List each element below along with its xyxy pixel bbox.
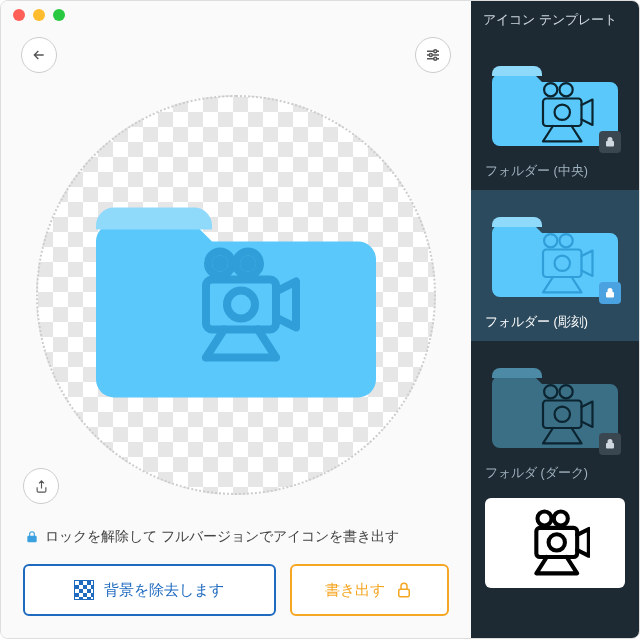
window-controls: [13, 9, 65, 21]
main-panel: ロックを解除して フルバージョンでアイコンを書き出す 背景を除去します 書き出す: [1, 1, 471, 638]
lock-badge: [599, 282, 621, 304]
export-button[interactable]: 書き出す: [290, 564, 449, 616]
lock-icon: [395, 581, 413, 599]
svg-point-3: [429, 54, 432, 57]
preview-canvas[interactable]: [36, 95, 436, 495]
top-toolbar: [1, 29, 471, 73]
lock-icon: [25, 530, 39, 544]
template-label: フォルダ (ダーク): [485, 459, 625, 488]
minimize-icon[interactable]: [33, 9, 45, 21]
export-label: 書き出す: [325, 581, 385, 600]
lock-badge: [599, 131, 621, 153]
remove-background-label: 背景を除去します: [104, 581, 224, 600]
lock-message-text: ロックを解除して フルバージョンでアイコンを書き出す: [45, 528, 399, 546]
svg-point-5: [434, 57, 437, 60]
template-thumb: [485, 349, 625, 459]
svg-point-1: [434, 50, 437, 53]
template-label: フォルダー (彫刻): [485, 308, 625, 337]
svg-point-27: [538, 512, 552, 526]
preview-area: [1, 73, 471, 516]
svg-point-28: [554, 512, 568, 526]
lock-message: ロックを解除して フルバージョンでアイコンを書き出す: [1, 516, 471, 554]
template-thumb: [485, 47, 625, 157]
action-row: 背景を除去します 書き出す: [1, 554, 471, 638]
template-item-dark[interactable]: フォルダ (ダーク): [471, 341, 639, 492]
template-item-plain[interactable]: [485, 498, 625, 588]
svg-rect-12: [399, 589, 410, 597]
template-sidebar: アイコン テンプレート フォルダー (中央): [471, 1, 639, 638]
back-button[interactable]: [21, 37, 57, 73]
svg-point-26: [549, 534, 565, 550]
close-icon[interactable]: [13, 9, 25, 21]
zoom-icon[interactable]: [53, 9, 65, 21]
sidebar-title: アイコン テンプレート: [471, 1, 639, 39]
svg-point-10: [216, 259, 224, 267]
settings-button[interactable]: [415, 37, 451, 73]
remove-background-button[interactable]: 背景を除去します: [23, 564, 276, 616]
titlebar: [1, 1, 471, 29]
svg-point-11: [244, 259, 252, 267]
template-item-engraved[interactable]: フォルダー (彫刻): [471, 190, 639, 341]
template-item-center[interactable]: フォルダー (中央): [471, 39, 639, 190]
app-window: ロックを解除して フルバージョンでアイコンを書き出す 背景を除去します 書き出す…: [0, 0, 640, 639]
template-label: フォルダー (中央): [485, 157, 625, 186]
template-thumb: [485, 198, 625, 308]
transparency-icon: [74, 580, 94, 600]
share-button[interactable]: [23, 468, 59, 504]
folder-icon: [96, 187, 376, 411]
lock-badge: [599, 433, 621, 455]
